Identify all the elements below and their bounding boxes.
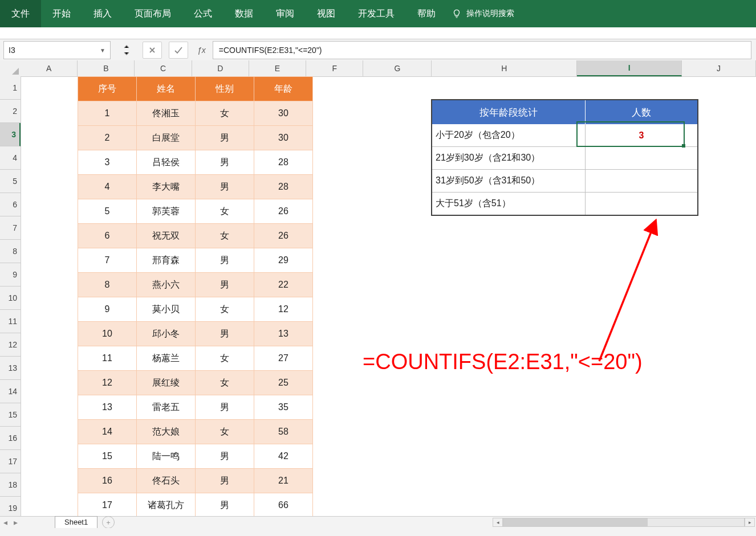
summary-value[interactable] bbox=[586, 170, 698, 193]
data-cell[interactable]: 12 bbox=[78, 371, 137, 395]
data-cell[interactable]: 邢育森 bbox=[137, 248, 196, 273]
row-header-16[interactable]: 16 bbox=[0, 427, 21, 450]
data-cell[interactable]: 诸葛孔方 bbox=[137, 493, 196, 517]
data-cell[interactable]: 26 bbox=[254, 199, 313, 224]
data-cell[interactable]: 范大娘 bbox=[137, 420, 196, 444]
name-box[interactable]: I3 ▼ bbox=[3, 41, 111, 59]
data-cell[interactable]: 莫小贝 bbox=[137, 297, 196, 322]
data-cell[interactable]: 男 bbox=[196, 493, 254, 517]
data-cell[interactable]: 21 bbox=[254, 469, 313, 493]
scroll-right-button[interactable]: ▸ bbox=[745, 518, 755, 527]
column-header-D[interactable]: D bbox=[192, 60, 249, 76]
data-cell[interactable]: 杨蕙兰 bbox=[137, 346, 196, 371]
chevron-down-icon[interactable]: ▼ bbox=[100, 47, 105, 54]
ribbon-tab-4[interactable]: 数据 bbox=[223, 0, 265, 27]
sheet-tab[interactable]: Sheet1 bbox=[55, 516, 97, 529]
scroll-left-button[interactable]: ◂ bbox=[493, 518, 503, 527]
data-cell[interactable]: 13 bbox=[254, 322, 313, 346]
data-cell[interactable]: 30 bbox=[254, 101, 313, 126]
data-cell[interactable]: 佟石头 bbox=[137, 469, 196, 493]
data-cell[interactable]: 李大嘴 bbox=[137, 175, 196, 199]
summary-value[interactable]: 3 bbox=[586, 124, 698, 147]
data-cell[interactable]: 16 bbox=[78, 469, 137, 493]
select-all-corner[interactable] bbox=[0, 60, 21, 77]
cancel-formula-button[interactable] bbox=[143, 42, 162, 59]
data-cell[interactable]: 66 bbox=[254, 493, 313, 517]
data-cell[interactable]: 15 bbox=[78, 444, 137, 469]
data-cell[interactable]: 郭芙蓉 bbox=[137, 199, 196, 224]
summary-label[interactable]: 大于51岁（含51） bbox=[432, 193, 586, 216]
data-cell[interactable]: 28 bbox=[254, 175, 313, 199]
data-cell[interactable]: 白展堂 bbox=[137, 126, 196, 150]
enter-formula-button[interactable] bbox=[169, 42, 188, 59]
column-header-J[interactable]: J bbox=[682, 60, 756, 76]
ribbon-tab-file[interactable]: 文件 bbox=[0, 0, 41, 27]
summary-value[interactable] bbox=[586, 147, 698, 170]
data-cell[interactable]: 12 bbox=[254, 297, 313, 322]
data-cell[interactable]: 男 bbox=[196, 150, 254, 175]
row-header-10[interactable]: 10 bbox=[0, 287, 21, 310]
data-cell[interactable]: 男 bbox=[196, 395, 254, 420]
data-cell[interactable]: 6 bbox=[78, 224, 137, 248]
ribbon-tab-6[interactable]: 视图 bbox=[306, 0, 347, 27]
ribbon-tab-7[interactable]: 开发工具 bbox=[347, 0, 406, 27]
ribbon-tab-8[interactable]: 帮助 bbox=[406, 0, 447, 27]
data-cell[interactable]: 2 bbox=[78, 126, 137, 150]
data-cell[interactable]: 男 bbox=[196, 248, 254, 273]
data-cell[interactable]: 42 bbox=[254, 444, 313, 469]
row-header-4[interactable]: 4 bbox=[0, 146, 21, 170]
row-header-3[interactable]: 3 bbox=[0, 123, 21, 146]
data-cell[interactable]: 祝无双 bbox=[137, 224, 196, 248]
data-cell[interactable]: 35 bbox=[254, 395, 313, 420]
column-header-I[interactable]: I bbox=[577, 60, 682, 76]
summary-label[interactable]: 31岁到50岁（含31和50） bbox=[432, 170, 586, 193]
data-cell[interactable]: 26 bbox=[254, 224, 313, 248]
ribbon-search[interactable]: 操作说明搜索 bbox=[447, 0, 519, 27]
worksheet-grid[interactable]: ABCDEFGHIJ 12345678910111213141516171819… bbox=[0, 60, 756, 517]
ribbon-tab-2[interactable]: 页面布局 bbox=[123, 0, 182, 27]
ribbon-tab-3[interactable]: 公式 bbox=[182, 0, 223, 27]
data-cell[interactable]: 4 bbox=[78, 175, 137, 199]
data-cell[interactable]: 吕轻侯 bbox=[137, 150, 196, 175]
data-cell[interactable]: 25 bbox=[254, 371, 313, 395]
data-cell[interactable]: 58 bbox=[254, 420, 313, 444]
data-cell[interactable]: 14 bbox=[78, 420, 137, 444]
column-header-E[interactable]: E bbox=[249, 60, 306, 76]
data-cell[interactable]: 女 bbox=[196, 199, 254, 224]
data-cell[interactable]: 女 bbox=[196, 224, 254, 248]
data-cell[interactable]: 22 bbox=[254, 273, 313, 297]
ribbon-tab-5[interactable]: 审阅 bbox=[265, 0, 306, 27]
row-header-13[interactable]: 13 bbox=[0, 357, 21, 380]
data-cell[interactable]: 3 bbox=[78, 150, 137, 175]
data-cell[interactable]: 30 bbox=[254, 126, 313, 150]
summary-label[interactable]: 21岁到30岁（含21和30） bbox=[432, 147, 586, 170]
row-header-5[interactable]: 5 bbox=[0, 170, 21, 193]
row-header-19[interactable]: 19 bbox=[0, 497, 21, 517]
column-header-A[interactable]: A bbox=[21, 60, 78, 76]
data-cell[interactable]: 8 bbox=[78, 273, 137, 297]
column-header-B[interactable]: B bbox=[78, 60, 135, 76]
row-header-8[interactable]: 8 bbox=[0, 240, 21, 263]
data-cell[interactable]: 男 bbox=[196, 273, 254, 297]
row-header-11[interactable]: 11 bbox=[0, 310, 21, 333]
data-cell[interactable]: 1 bbox=[78, 101, 137, 126]
data-cell[interactable]: 10 bbox=[78, 322, 137, 346]
data-cell[interactable]: 11 bbox=[78, 346, 137, 371]
data-cell[interactable]: 28 bbox=[254, 150, 313, 175]
ribbon-tab-1[interactable]: 插入 bbox=[82, 0, 123, 27]
row-header-7[interactable]: 7 bbox=[0, 216, 21, 240]
sheet-nav-prev[interactable]: ◂ bbox=[0, 517, 10, 527]
data-cell[interactable]: 男 bbox=[196, 322, 254, 346]
data-cell[interactable]: 女 bbox=[196, 371, 254, 395]
data-cell[interactable]: 女 bbox=[196, 297, 254, 322]
summary-label[interactable]: 小于20岁（包含20） bbox=[432, 124, 586, 147]
ribbon-tab-0[interactable]: 开始 bbox=[41, 0, 82, 27]
data-cell[interactable]: 雷老五 bbox=[137, 395, 196, 420]
row-header-12[interactable]: 12 bbox=[0, 333, 21, 357]
data-cell[interactable]: 邱小冬 bbox=[137, 322, 196, 346]
data-cell[interactable]: 燕小六 bbox=[137, 273, 196, 297]
row-header-9[interactable]: 9 bbox=[0, 263, 21, 287]
data-cell[interactable]: 男 bbox=[196, 469, 254, 493]
data-cell[interactable]: 佟湘玉 bbox=[137, 101, 196, 126]
data-cell[interactable]: 男 bbox=[196, 126, 254, 150]
